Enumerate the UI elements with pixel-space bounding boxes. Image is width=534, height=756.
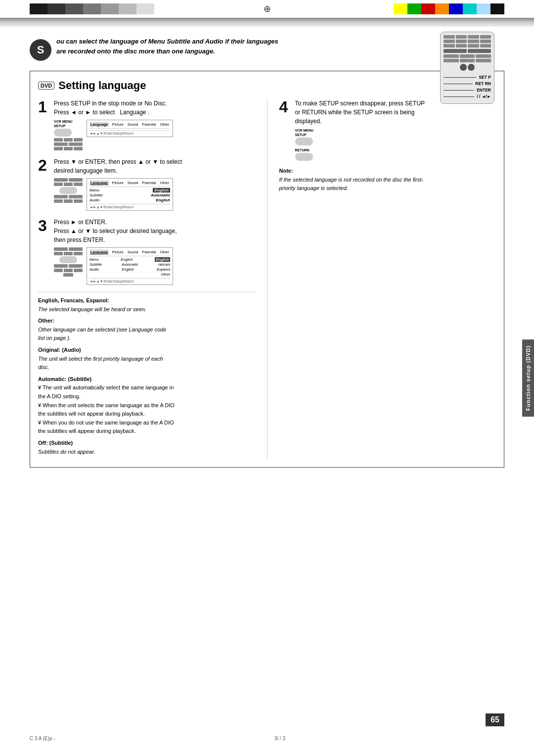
auto-yen5: ¥ When you do not use the same language … — [38, 420, 174, 425]
nav-hint2: ◄►▲▼/Enter/Setup/Return — [89, 204, 170, 209]
steps-left: 1 Press SETUP in the stop mode or No Dis… — [38, 99, 255, 459]
step2-text: Press ▼ or ENTER, then press ▲ or ▼ to s… — [54, 157, 255, 175]
color-block — [83, 3, 101, 14]
step3-display: Language Picture Sound Parental Other Me… — [87, 247, 173, 285]
step2-val-english: English — [153, 188, 170, 192]
step2-screen: Language Picture Sound Parental Other Me… — [54, 178, 255, 211]
color-block — [119, 3, 136, 14]
setup-label: SET P — [479, 75, 491, 80]
color-block-blue — [449, 3, 463, 14]
section-title-text: Setting language — [58, 79, 146, 92]
step2-audio-row: Audio English — [89, 198, 170, 202]
step3-number: 3 — [38, 218, 50, 285]
menu-other: Other — [159, 122, 170, 127]
automatic-note: Automatic: (Subtitle) ¥ The unit will au… — [38, 375, 255, 436]
step3-text: Press ► or ENTER. Press ▲ or ▼ to select… — [54, 218, 255, 244]
color-block-orange — [435, 3, 449, 14]
step2-val-english2: English — [156, 198, 170, 202]
section-title: DVD Setting language — [38, 79, 496, 92]
step3-screen: Language Picture Sound Parental Other Me… — [54, 247, 255, 285]
step4-line2: or RETURN while the SETUP screen is bein… — [295, 108, 496, 117]
vcr-label4-1: VCR MENU — [295, 129, 335, 132]
english-italic: The selected language will be heard or s… — [38, 306, 146, 312]
remote-box: SET P RET RN ENTER / / ◄/► — [440, 32, 494, 104]
steps-container: 1 Press SETUP in the stop mode or No Dis… — [38, 99, 496, 459]
menu3-sound: Sound — [127, 249, 139, 255]
step2-number: 2 — [38, 157, 50, 211]
off-note: Off: (Subtitle) Subtitles do not appear. — [38, 439, 255, 456]
step2-line2: desired langugage item. — [54, 166, 255, 175]
header-line2: are recorded onto the disc more than one… — [56, 47, 278, 56]
note-text1: If the selected language is not recorded… — [279, 176, 496, 184]
step3: 3 Press ► or ENTER. Press ▲ or ▼ to sele… — [38, 218, 255, 285]
menu-language: Language — [89, 122, 109, 127]
nav-label: / / ◄/► — [477, 94, 491, 99]
original-note: Original: (Audio) The unit will select t… — [38, 346, 255, 372]
dvd-badge: DVD — [38, 82, 54, 90]
footer-center: 3/ / 3 — [274, 736, 285, 741]
s-circle-icon: S — [30, 39, 51, 61]
color-block — [101, 3, 119, 14]
footer-left: C 3 A (E)p - — [30, 736, 55, 741]
menu2-parental: Parental — [141, 180, 157, 186]
original-italic2: disc. — [38, 364, 49, 370]
setup-label1: SETUP — [54, 124, 83, 128]
function-sidebar: Function setup (DVD) — [522, 339, 534, 417]
auto-yen3: ¥ When the unit selects the same languag… — [38, 402, 175, 408]
step1-line1: Press SETUP in the stop mode or No Disc. — [54, 99, 255, 108]
note-area: Note: If the selected language is not re… — [279, 168, 496, 192]
enter-label: ENTER — [477, 88, 491, 93]
step2-val-auto: Automatic — [151, 193, 170, 197]
auto-yen1: ¥ The unit will automatically select the… — [38, 384, 174, 390]
header-line1: ou can select the language of Menu Subti… — [56, 37, 278, 47]
bottom-notes: English, Francais, Espanol: The selected… — [38, 292, 255, 456]
remote-control-image: SET P RET RN ENTER / / ◄/► — [440, 32, 504, 104]
step2-menu-row: Menu English — [89, 188, 170, 192]
step3-val-auto: Automatic — [122, 262, 138, 267]
color-block-cyan — [463, 3, 477, 14]
menu2-language: Language — [89, 180, 109, 186]
color-block-black — [490, 3, 504, 14]
step2: 2 Press ▼ or ENTER, then press ▲ or ▼ to… — [38, 157, 255, 211]
steps-divider — [267, 99, 267, 459]
vcr-label1: VCR MENU — [54, 120, 83, 123]
step3-val-other: Other — [161, 272, 170, 277]
step2-subtitle-row: Subtitle Automatic — [89, 193, 170, 197]
english-label: English, Francais, Espanol: — [38, 297, 109, 303]
step4-screen: VCR MENU SETUP RETURN — [295, 129, 496, 161]
step1-display: Language Picture Sound Parental Other ◄►… — [87, 120, 173, 137]
color-block — [136, 3, 154, 14]
page-footer: C 3 A (E)p - 3/ / 3 — [0, 736, 534, 741]
step1-screen: VCR MENU SETUP — [54, 120, 255, 150]
return-label: RET RN — [475, 81, 491, 86]
english-note: English, Francais, Espanol: The selected… — [38, 296, 255, 314]
return-label4: RETURN — [295, 148, 335, 152]
step3-label-menu: Menu — [89, 257, 99, 262]
step3-val-francais: rancais — [158, 262, 170, 267]
step3-val-espanol: Espanol — [157, 267, 170, 272]
step1-text: Press SETUP in the stop mode or No Disc.… — [54, 99, 255, 117]
other-italic1: Other language can be selected (see Lang… — [38, 327, 166, 332]
nav-hint3: ◄►▲▼/Enter/Setup/Return — [89, 278, 170, 283]
step3-val-english1: English — [121, 257, 133, 262]
step2-label-audio: Audio — [89, 198, 99, 202]
main-content-box: DVD Setting language 1 Press SETUP in th… — [30, 71, 504, 468]
off-label: Off: (Subtitle) — [38, 440, 73, 446]
menu2-sound: Sound — [127, 180, 139, 186]
menu3-picture: Picture — [111, 249, 124, 255]
menu3-language: Language — [89, 249, 109, 255]
step3-line1: Press ► or ENTER. — [54, 218, 255, 227]
other-note: Other: Other language can be selected (s… — [38, 317, 255, 343]
crosshair-icon: ⊕ — [264, 3, 271, 14]
steps-right: 4 To make SETUP screen disappear, press … — [279, 99, 496, 459]
gray-gradient-bar — [0, 18, 534, 27]
header-area: S ou can select the language of Menu Sub… — [0, 27, 534, 66]
step3-val-english2: English — [155, 257, 170, 262]
step4: 4 To make SETUP screen disappear, press … — [279, 99, 496, 161]
vcr-label4-2: SETUP — [295, 133, 335, 137]
step3-label-audio: Audio — [89, 267, 99, 272]
color-block — [30, 3, 47, 14]
auto-yen4: the subtitles will not appear during pla… — [38, 411, 145, 417]
color-block-green — [407, 3, 421, 14]
step3-content: Press ► or ENTER. Press ▲ or ▼ to select… — [54, 218, 255, 285]
